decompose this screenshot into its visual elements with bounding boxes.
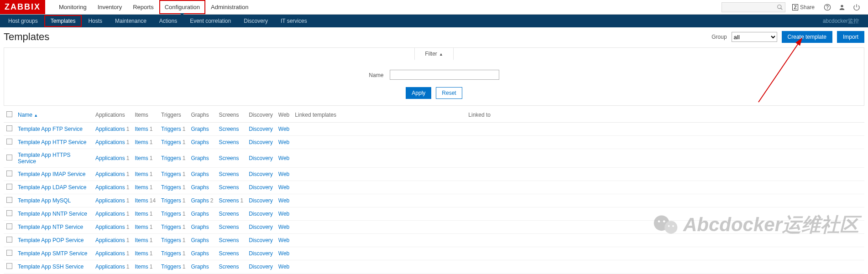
user-button[interactable]	[836, 1, 848, 13]
subnav-actions[interactable]: Actions	[153, 15, 183, 27]
triggers-link[interactable]: Triggers	[161, 197, 181, 204]
topnav-monitoring[interactable]: Monitoring	[53, 0, 92, 14]
web-link[interactable]: Web	[278, 126, 289, 132]
applications-link[interactable]: Applications	[95, 237, 125, 243]
reset-button[interactable]: Reset	[436, 87, 462, 99]
share-button[interactable]: Z Share	[788, 3, 819, 12]
graphs-link[interactable]: Graphs	[191, 264, 209, 270]
subnav-hosts[interactable]: Hosts	[82, 15, 109, 27]
web-link[interactable]: Web	[278, 250, 289, 257]
template-name-link[interactable]: Template App LDAP Service	[18, 184, 87, 191]
template-name-link[interactable]: Template App POP Service	[18, 237, 84, 243]
applications-link[interactable]: Applications	[95, 139, 125, 145]
items-link[interactable]: Items	[135, 237, 148, 243]
template-name-link[interactable]: Template App MySQL	[18, 197, 71, 204]
screens-link[interactable]: Screens	[219, 197, 239, 204]
items-link[interactable]: Items	[135, 211, 148, 217]
web-link[interactable]: Web	[278, 139, 289, 145]
template-name-link[interactable]: Template App FTP Service	[18, 126, 83, 132]
discovery-link[interactable]: Discovery	[249, 155, 273, 161]
template-name-link[interactable]: Template App HTTP Service	[18, 139, 87, 145]
screens-link[interactable]: Screens	[219, 224, 239, 230]
col-header-name[interactable]: Name ▲	[15, 108, 93, 123]
create-template-button[interactable]: Create template	[782, 31, 832, 43]
row-checkbox[interactable]	[6, 184, 12, 190]
apply-button[interactable]: Apply	[406, 87, 431, 99]
screens-link[interactable]: Screens	[219, 264, 239, 270]
applications-link[interactable]: Applications	[95, 250, 125, 257]
applications-link[interactable]: Applications	[95, 224, 125, 230]
screens-link[interactable]: Screens	[219, 250, 239, 257]
triggers-link[interactable]: Triggers	[161, 171, 181, 177]
items-link[interactable]: Items	[135, 126, 148, 132]
discovery-link[interactable]: Discovery	[249, 139, 273, 145]
web-link[interactable]: Web	[278, 171, 289, 177]
discovery-link[interactable]: Discovery	[249, 126, 273, 132]
items-link[interactable]: Items	[135, 184, 148, 191]
applications-link[interactable]: Applications	[95, 264, 125, 270]
topnav-configuration[interactable]: Configuration	[159, 0, 205, 14]
triggers-link[interactable]: Triggers	[161, 126, 181, 132]
template-name-link[interactable]: Template App SSH Service	[18, 264, 84, 270]
subnav-discovery[interactable]: Discovery	[237, 15, 274, 27]
discovery-link[interactable]: Discovery	[249, 184, 273, 191]
graphs-link[interactable]: Graphs	[191, 126, 209, 132]
subnav-event-correlation[interactable]: Event correlation	[183, 15, 237, 27]
graphs-link[interactable]: Graphs	[191, 197, 209, 204]
group-select[interactable]: all	[732, 32, 777, 42]
discovery-link[interactable]: Discovery	[249, 237, 273, 243]
template-name-link[interactable]: Template App NTP Service	[18, 224, 83, 230]
subnav-it-services[interactable]: IT services	[274, 15, 314, 27]
row-checkbox[interactable]	[6, 223, 12, 229]
help-button[interactable]	[821, 1, 833, 13]
triggers-link[interactable]: Triggers	[161, 211, 181, 217]
web-link[interactable]: Web	[278, 237, 289, 243]
applications-link[interactable]: Applications	[95, 211, 125, 217]
graphs-link[interactable]: Graphs	[191, 211, 209, 217]
row-checkbox[interactable]	[6, 263, 12, 269]
subnav-templates[interactable]: Templates	[44, 15, 82, 27]
subnav-host-groups[interactable]: Host groups	[2, 15, 44, 27]
discovery-link[interactable]: Discovery	[249, 197, 273, 204]
logout-button[interactable]	[851, 1, 863, 13]
row-checkbox[interactable]	[6, 210, 12, 216]
global-search-input[interactable]	[722, 2, 785, 12]
graphs-link[interactable]: Graphs	[191, 184, 209, 191]
screens-link[interactable]: Screens	[219, 237, 239, 243]
graphs-link[interactable]: Graphs	[191, 237, 209, 243]
discovery-link[interactable]: Discovery	[249, 224, 273, 230]
items-link[interactable]: Items	[135, 139, 148, 145]
triggers-link[interactable]: Triggers	[161, 139, 181, 145]
applications-link[interactable]: Applications	[95, 171, 125, 177]
row-checkbox[interactable]	[6, 237, 12, 243]
graphs-link[interactable]: Graphs	[191, 250, 209, 257]
template-name-link[interactable]: Template App NNTP Service	[18, 211, 87, 217]
triggers-link[interactable]: Triggers	[161, 155, 181, 161]
applications-link[interactable]: Applications	[95, 184, 125, 191]
web-link[interactable]: Web	[278, 197, 289, 204]
graphs-link[interactable]: Graphs	[191, 171, 209, 177]
graphs-link[interactable]: Graphs	[191, 139, 209, 145]
web-link[interactable]: Web	[278, 211, 289, 217]
triggers-link[interactable]: Triggers	[161, 237, 181, 243]
row-checkbox[interactable]	[6, 139, 12, 145]
discovery-link[interactable]: Discovery	[249, 171, 273, 177]
select-all-checkbox[interactable]	[6, 111, 12, 117]
graphs-link[interactable]: Graphs	[191, 224, 209, 230]
row-checkbox[interactable]	[6, 125, 12, 131]
items-link[interactable]: Items	[135, 250, 148, 257]
import-button[interactable]: Import	[837, 31, 864, 43]
web-link[interactable]: Web	[278, 184, 289, 191]
applications-link[interactable]: Applications	[95, 126, 125, 132]
screens-link[interactable]: Screens	[219, 211, 239, 217]
template-name-link[interactable]: Template App IMAP Service	[18, 171, 86, 177]
items-link[interactable]: Items	[135, 224, 148, 230]
applications-link[interactable]: Applications	[95, 155, 125, 161]
items-link[interactable]: Items	[135, 155, 148, 161]
discovery-link[interactable]: Discovery	[249, 211, 273, 217]
screens-link[interactable]: Screens	[219, 184, 239, 191]
template-name-link[interactable]: Template App HTTPS Service	[18, 152, 70, 165]
topnav-administration[interactable]: Administration	[205, 0, 254, 14]
items-link[interactable]: Items	[135, 197, 148, 204]
web-link[interactable]: Web	[278, 224, 289, 230]
